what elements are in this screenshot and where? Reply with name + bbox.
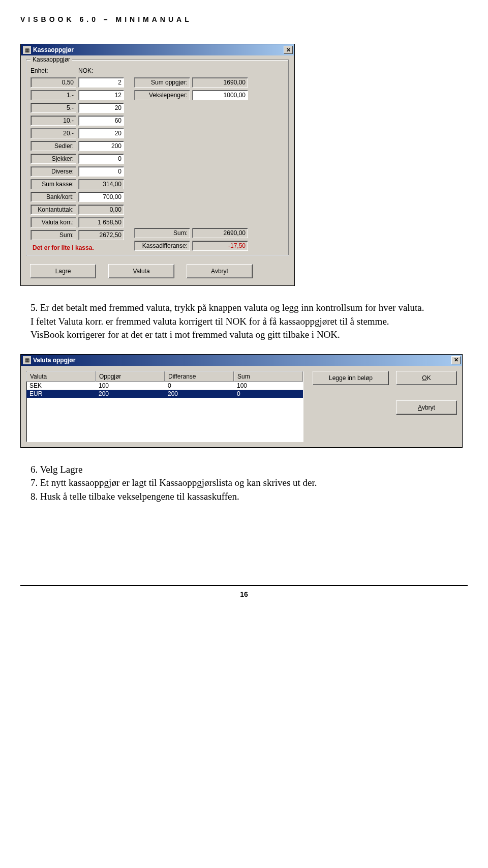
valuta-title: Valuta oppgjør <box>33 357 451 364</box>
kassa-groupbox: Kassaoppgjør Enhet: NOK: 0,502 1.-12 5.-… <box>26 60 289 256</box>
nok-input[interactable]: 700,00 <box>78 192 124 202</box>
kassadiff-label: Kassadifferanse: <box>134 241 190 251</box>
enhet-cell: 1.- <box>30 90 76 100</box>
close-icon[interactable]: ✕ <box>284 46 293 54</box>
enhet-header: Enhet: <box>30 67 76 74</box>
nok-header: NOK: <box>78 67 124 74</box>
kassa-title: Kassaoppgjør <box>33 46 284 53</box>
enhet-cell: 0,50 <box>30 77 76 88</box>
col-valuta[interactable]: Valuta <box>26 371 96 382</box>
kassa-window: ▦ Kassaoppgjør ✕ Kassaoppgjør Enhet: NOK… <box>20 44 295 286</box>
kassadiff-value: -17,50 <box>192 241 248 251</box>
kassa-group-label: Kassaoppgjør <box>30 56 72 63</box>
nok-input[interactable]: 2 <box>78 77 124 88</box>
legge-inn-button[interactable]: Legge inn beløp <box>313 371 389 385</box>
vekslepenger-label: Vekslepenger: <box>134 90 190 100</box>
enhet-cell: 5.- <box>30 103 76 113</box>
nok-cell: 0,00 <box>78 205 124 215</box>
app-icon: ▦ <box>23 46 31 54</box>
nok-input[interactable]: 200 <box>78 141 124 151</box>
enhet-cell: Sedler: <box>30 141 76 151</box>
kassa-left-column: Enhet: NOK: 0,502 1.-12 5.-20 10.-60 20.… <box>30 67 124 251</box>
nok-input[interactable]: 60 <box>78 115 124 126</box>
kassa-button-bar: Lagre Valuta Avbryt <box>21 259 294 285</box>
enhet-cell: 20.- <box>30 128 76 138</box>
nok-cell: 314,00 <box>78 179 124 189</box>
app-icon: ▦ <box>23 356 31 364</box>
col-oppgjor[interactable]: Oppgjør <box>96 371 165 382</box>
nok-input[interactable]: 12 <box>78 90 124 100</box>
nok-input[interactable]: 20 <box>78 103 124 113</box>
page-number: 16 <box>20 585 468 598</box>
page-header: VISBOOK 6.0 – MINIMANUAL <box>20 15 468 23</box>
kassa-titlebar: ▦ Kassaoppgjør ✕ <box>21 44 294 55</box>
ok-button[interactable]: OK <box>396 371 457 385</box>
enhet-cell: Diverse: <box>30 166 76 177</box>
enhet-cell: Valuta korr.: <box>30 217 76 227</box>
error-message: Det er for lite i kassa. <box>30 242 124 251</box>
col-sum[interactable]: Sum <box>234 371 303 382</box>
enhet-cell: Sjekker: <box>30 154 76 164</box>
avbryt-button[interactable]: Avbryt <box>396 400 457 415</box>
nok-input[interactable]: 0 <box>78 154 124 164</box>
table-row[interactable]: EUR 200 200 0 <box>26 390 303 398</box>
lagre-button[interactable]: Lagre <box>30 264 96 278</box>
enhet-cell: 10.- <box>30 115 76 126</box>
right-sum-label: Sum: <box>134 228 190 238</box>
table-row[interactable]: SEK 100 0 100 <box>26 382 303 390</box>
valuta-table-header: Valuta Oppgjør Differanse Sum <box>26 371 303 382</box>
vekslepenger-input[interactable]: 1000,00 <box>192 90 248 100</box>
instructions-6-8: 6. Velg Lagre 7. Et nytt kassaoppgjør er… <box>30 463 458 504</box>
instruction-5: 5. Er det betalt med fremmed valuta, try… <box>30 301 458 342</box>
nok-cell: 1 658,50 <box>78 217 124 227</box>
enhet-cell: Bank/kort: <box>30 192 76 202</box>
enhet-cell: Sum: <box>30 230 76 240</box>
sum-oppgjor-label: Sum oppgjør: <box>134 77 190 88</box>
enhet-cell: Kontantuttak: <box>30 205 76 215</box>
sum-oppgjor-value: 1690,00 <box>192 77 248 88</box>
right-sum-value: 2690,00 <box>192 228 248 238</box>
nok-input[interactable]: 20 <box>78 128 124 138</box>
col-differanse[interactable]: Differanse <box>165 371 234 382</box>
close-icon[interactable]: ✕ <box>451 356 461 364</box>
kassa-right-column: Sum oppgjør:1690,00 Vekslepenger:1000,00… <box>134 67 248 251</box>
valuta-window: ▦ Valuta oppgjør ✕ Valuta Oppgjør Differ… <box>20 354 463 448</box>
nok-input[interactable]: 0 <box>78 166 124 177</box>
valuta-table[interactable]: Valuta Oppgjør Differanse Sum SEK 100 0 … <box>26 371 303 442</box>
enhet-cell: Sum kasse: <box>30 179 76 189</box>
valuta-titlebar: ▦ Valuta oppgjør ✕ <box>21 355 462 366</box>
avbryt-button[interactable]: Avbryt <box>187 264 253 278</box>
nok-cell: 2672,50 <box>78 230 124 240</box>
valuta-button[interactable]: Valuta <box>108 264 174 278</box>
